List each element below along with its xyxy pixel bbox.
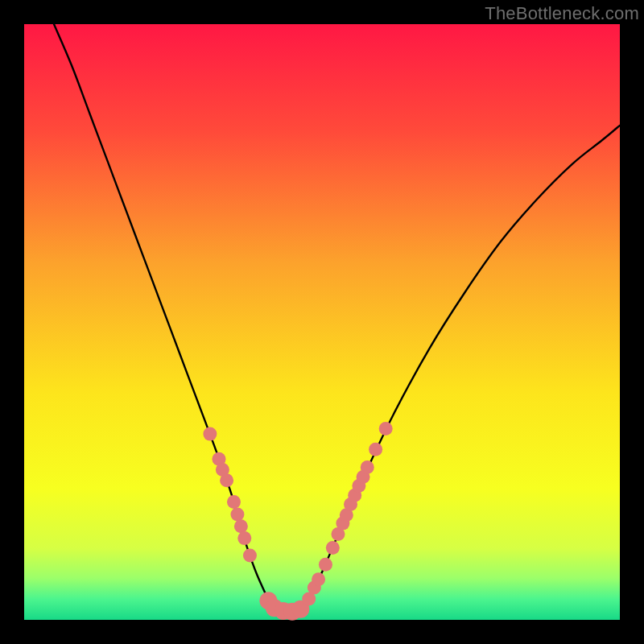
highlight-dot (361, 460, 374, 474)
highlight-dot (326, 541, 340, 555)
highlight-dot (234, 519, 248, 533)
bottleneck-chart (0, 0, 644, 644)
highlight-dot (227, 495, 241, 509)
highlight-dot (243, 549, 257, 563)
plot-background (24, 24, 620, 620)
highlight-dot (230, 508, 244, 522)
highlight-dot (379, 422, 393, 436)
highlight-dot (220, 473, 233, 487)
chart-frame: TheBottleneck.com (0, 0, 644, 644)
highlight-dot (369, 443, 382, 456)
highlight-dot (319, 558, 332, 572)
highlight-dot (312, 572, 325, 586)
highlight-dot (203, 427, 217, 441)
highlight-dot (237, 531, 251, 545)
